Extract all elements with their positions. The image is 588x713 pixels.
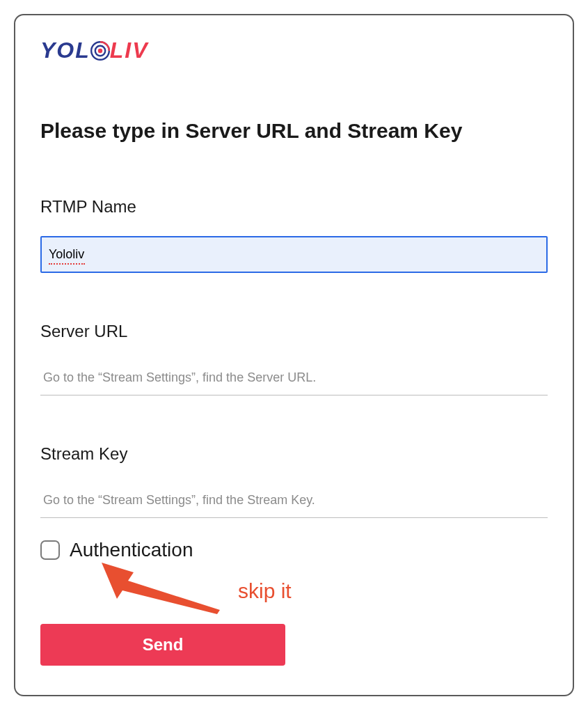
rtmp-settings-panel: YOL LIV Please type in Server URL and St… <box>14 14 574 696</box>
server-url-group: Server URL <box>40 322 548 395</box>
annotation-text: skip it <box>238 579 292 603</box>
annotation-arrow-icon <box>102 563 227 621</box>
stream-key-group: Stream Key <box>40 444 548 518</box>
authentication-checkbox[interactable] <box>40 540 60 560</box>
server-url-label: Server URL <box>40 322 548 341</box>
yololiv-logo: YOL LIV <box>40 38 548 63</box>
server-url-input[interactable] <box>40 361 548 395</box>
svg-point-2 <box>98 48 102 52</box>
send-button[interactable]: Send <box>40 624 285 666</box>
target-icon <box>89 40 111 62</box>
rtmp-name-label: RTMP Name <box>40 197 548 217</box>
logo-text-left: YOL <box>40 38 90 63</box>
authentication-label: Authentication <box>70 539 193 561</box>
logo-text-right: LIV <box>110 38 149 63</box>
svg-marker-3 <box>102 563 220 614</box>
authentication-row: Authentication skip it <box>40 539 548 561</box>
rtmp-name-group: RTMP Name <box>40 197 548 322</box>
rtmp-name-input[interactable] <box>40 236 548 273</box>
page-title: Please type in Server URL and Stream Key <box>40 119 548 143</box>
stream-key-label: Stream Key <box>40 444 548 464</box>
stream-key-input[interactable] <box>40 483 548 518</box>
